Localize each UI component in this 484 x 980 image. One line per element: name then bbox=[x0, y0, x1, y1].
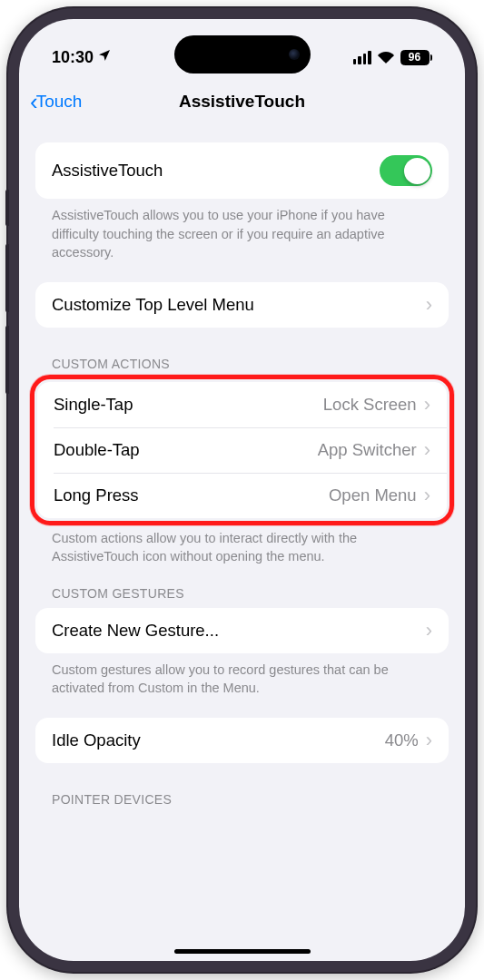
custom-gestures-group: Create New Gesture... › bbox=[35, 608, 449, 653]
long-press-label: Long Press bbox=[54, 485, 139, 505]
idle-opacity-value: 40% bbox=[385, 730, 419, 750]
phone-frame: 10:30 96 ‹ Tou bbox=[8, 8, 476, 972]
chevron-right-icon: › bbox=[424, 440, 430, 460]
double-tap-row[interactable]: Double-Tap App Switcher › bbox=[37, 427, 447, 473]
idle-opacity-label: Idle Opacity bbox=[52, 730, 141, 750]
back-label: Touch bbox=[36, 92, 83, 112]
double-tap-label: Double-Tap bbox=[54, 440, 140, 460]
assistivetouch-toggle-group: AssistiveTouch bbox=[35, 142, 449, 199]
back-button[interactable]: ‹ Touch bbox=[30, 90, 82, 113]
custom-actions-footer: Custom actions allow you to interact dir… bbox=[35, 522, 449, 566]
create-new-gesture[interactable]: Create New Gesture... › bbox=[35, 608, 449, 653]
battery-icon: 96 bbox=[400, 50, 433, 65]
pointer-devices-header: POINTER DEVICES bbox=[35, 792, 449, 814]
assistivetouch-description: AssistiveTouch allows you to use your iP… bbox=[35, 199, 449, 262]
screen: 10:30 96 ‹ Tou bbox=[19, 19, 465, 961]
single-tap-value: Lock Screen bbox=[323, 395, 417, 415]
customize-menu-label: Customize Top Level Menu bbox=[52, 295, 254, 315]
chevron-right-icon: › bbox=[426, 730, 432, 750]
custom-gestures-footer: Custom gestures allow you to record gest… bbox=[35, 653, 449, 698]
cellular-icon bbox=[353, 51, 371, 64]
assistivetouch-toggle-row[interactable]: AssistiveTouch bbox=[35, 142, 449, 199]
custom-gestures-header: CUSTOM GESTURES bbox=[35, 586, 449, 608]
double-tap-value: App Switcher bbox=[318, 440, 417, 460]
idle-opacity-row[interactable]: Idle Opacity 40% › bbox=[35, 718, 449, 763]
chevron-right-icon: › bbox=[424, 395, 430, 415]
custom-actions-group: Single-Tap Lock Screen › Double-Tap App … bbox=[37, 382, 447, 518]
custom-actions-highlight: Single-Tap Lock Screen › Double-Tap App … bbox=[30, 375, 454, 525]
create-gesture-label: Create New Gesture... bbox=[52, 621, 219, 641]
chevron-right-icon: › bbox=[426, 295, 432, 315]
idle-opacity-group: Idle Opacity 40% › bbox=[35, 718, 449, 763]
chevron-right-icon: › bbox=[426, 621, 432, 641]
single-tap-label: Single-Tap bbox=[54, 395, 133, 415]
customize-top-level-menu[interactable]: Customize Top Level Menu › bbox=[35, 282, 449, 328]
long-press-row[interactable]: Long Press Open Menu › bbox=[37, 473, 447, 518]
status-time: 10:30 bbox=[52, 48, 94, 67]
long-press-value: Open Menu bbox=[329, 485, 417, 505]
home-indicator[interactable] bbox=[174, 949, 311, 955]
chevron-right-icon: › bbox=[424, 485, 430, 505]
location-icon bbox=[97, 48, 112, 67]
dynamic-island bbox=[174, 35, 311, 74]
assistivetouch-label: AssistiveTouch bbox=[52, 161, 163, 181]
assistivetouch-toggle[interactable] bbox=[380, 155, 432, 186]
page-title: AssistiveTouch bbox=[34, 92, 450, 112]
customize-menu-group: Customize Top Level Menu › bbox=[35, 282, 449, 328]
wifi-icon bbox=[377, 51, 395, 64]
nav-bar: ‹ Touch AssistiveTouch bbox=[19, 75, 465, 121]
single-tap-row[interactable]: Single-Tap Lock Screen › bbox=[37, 382, 447, 427]
